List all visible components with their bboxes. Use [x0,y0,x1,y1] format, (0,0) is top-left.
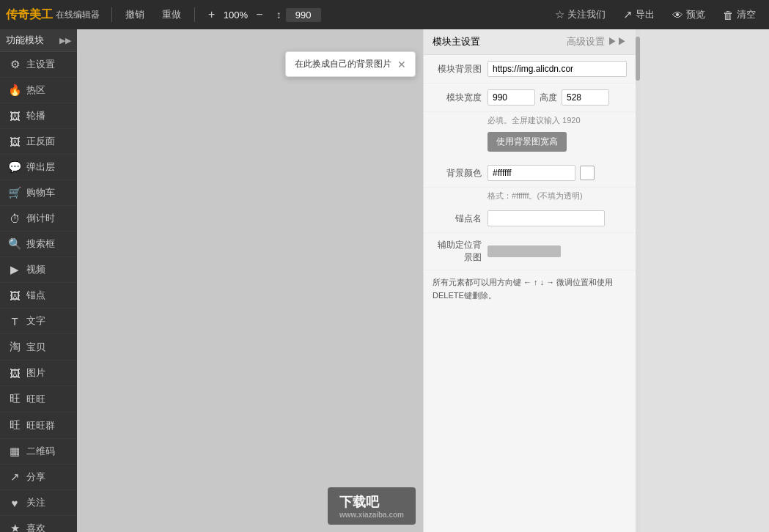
sidebar-item-cart[interactable]: 🛒 购物车 [0,180,77,206]
logo-area: 传奇美工 在线编辑器 [6,7,100,23]
use-bg-size-button[interactable]: 使用背景图宽高 [487,132,567,152]
sidebar-label-popup: 弹出层 [26,160,55,174]
sidebar-icon-text: T [7,315,22,328]
sidebar-header: 功能模块 ▶▶ [0,29,77,52]
sidebar-icon-follow: ♥ [7,497,22,509]
zoom-area: + 100% − [204,7,268,23]
sidebar-item-popup[interactable]: 💬 弹出层 [0,155,77,180]
scrollbar-thumb[interactable] [636,37,640,81]
sidebar-label-share: 分享 [26,470,45,484]
sidebar-item-like[interactable]: ★ 喜欢 [0,516,77,532]
sidebar-item-taobao[interactable]: 淘 宝贝 [0,334,77,361]
module-height-input[interactable] [562,89,609,106]
expand-icon: ▶▶ [608,36,627,47]
info-text: 所有元素都可以用方向键 ← ↑ ↓ → 微调位置和使用DELETE键删除。 [424,270,636,308]
follow-icon: ☆ [555,8,564,21]
clear-button[interactable]: 🗑 清空 [715,5,763,24]
height-label-text: 高度 [540,92,557,104]
height-icon: ↕ [273,7,284,22]
anchor-value [487,210,627,226]
preview-icon: 👁 [672,9,683,21]
sidebar-item-video[interactable]: ▶ 视频 [0,257,77,283]
bg-color-input[interactable] [487,165,575,181]
aux-bg-value [487,245,627,257]
topbar-right-actions: ☆ 关注我们 ↗ 导出 👁 预览 🗑 清空 [548,5,763,24]
bg-image-input[interactable] [487,61,627,77]
sidebar-item-front-back[interactable]: 🖼 正反面 [0,129,77,155]
sidebar-icon-main-settings: ⚙ [7,58,22,71]
sidebar-icon-share: ↗ [7,470,22,484]
module-header-title: 模块主设置 [433,35,480,48]
sidebar-item-text[interactable]: T 文字 [0,309,77,334]
module-settings: 模块主设置 高级设置 ▶▶ 模块背景图 模块宽度 [424,29,636,308]
anchor-input[interactable] [487,210,605,226]
redo-button[interactable]: 重做 [155,5,188,24]
bg-image-row: 模块背景图 [424,55,636,84]
right-scrollbar[interactable] [636,29,640,532]
sidebar-item-wangwang-group[interactable]: 旺 旺旺群 [0,413,77,439]
sidebar-item-qrcode[interactable]: ▦ 二维码 [0,439,77,465]
width-height-inputs: 高度 [487,89,627,106]
watermark: 下载吧 www.xiazaiba.com [328,487,416,525]
width-label: 模块宽度 [433,92,487,104]
sidebar-item-follow[interactable]: ♥ 关注 [0,490,77,516]
tooltip-message: 在此换成自己的背景图片 [295,58,391,70]
sidebar-icon-anchor: 🖼 [7,289,22,302]
export-button[interactable]: ↗ 导出 [616,5,662,24]
sidebar-icon-cart: 🛒 [7,186,22,199]
sidebar-icon-taobao: 淘 [7,340,22,354]
sidebar-item-wangwang[interactable]: 旺 旺旺 [0,386,77,413]
sidebar-label-video: 视频 [26,263,45,276]
sidebar-label-hotzone: 热区 [26,84,45,97]
bg-color-value [487,165,627,181]
sidebar-item-countdown[interactable]: ⏱ 倒计时 [0,206,77,232]
sidebar-label-anchor: 锚点 [26,289,45,302]
zoom-in-button[interactable]: + [204,7,219,23]
sidebar-label-taobao: 宝贝 [26,341,45,354]
right-panel-container: 模块主设置 高级设置 ▶▶ 模块背景图 模块宽度 [423,29,769,532]
bg-image-label: 模块背景图 [433,63,487,75]
tooltip-close-button[interactable]: ✕ [397,59,406,70]
clear-label: 清空 [737,8,756,21]
aux-bg-bar [487,245,561,257]
cancel-button[interactable]: 撤销 [118,5,152,24]
sidebar-icon-search: 🔍 [7,237,22,251]
sidebar-item-main-settings[interactable]: ⚙ 主设置 [0,52,77,78]
sidebar-label-main-settings: 主设置 [26,58,55,71]
topbar-separator-2 [194,7,195,22]
sidebar-item-image[interactable]: 🖼 图片 [0,361,77,386]
sidebar-item-carousel[interactable]: 🖼 轮播 [0,103,77,129]
tooltip-box: 在此换成自己的背景图片 ✕ [285,51,416,77]
sidebar-header-label: 功能模块 [6,34,44,47]
sidebar-item-hotzone[interactable]: 🔥 热区 [0,78,77,103]
sidebar-label-search: 搜索框 [26,237,55,251]
canvas-background [77,29,423,532]
main-layout: 功能模块 ▶▶ ⚙ 主设置 🔥 热区 🖼 轮播 🖼 正反面 💬 弹出层 🛒 购物… [0,29,769,532]
canvas-area[interactable]: 在此换成自己的背景图片 ✕ 下载吧 www.xiazaiba.com [77,29,423,532]
color-swatch[interactable] [580,166,595,180]
watermark-text: 下载吧 [339,493,404,511]
sidebar-icon-hotzone: 🔥 [7,84,22,97]
sidebar-collapse-icon[interactable]: ▶▶ [59,36,71,45]
sidebar-item-search[interactable]: 🔍 搜索框 [0,232,77,257]
logo-subtitle: 在线编辑器 [56,9,100,21]
zoom-out-button[interactable]: − [251,7,267,23]
height-input[interactable] [286,8,321,22]
sidebar-icon-front-back: 🖼 [7,136,22,148]
width-input[interactable] [487,89,535,106]
preview-button[interactable]: 👁 预览 [665,5,713,24]
module-width-row: 模块宽度 高度 [424,84,636,112]
color-row [487,165,627,181]
topbar: 传奇美工 在线编辑器 撤销 重做 + 100% − ↕ ☆ 关注我们 ↗ 导出 … [0,0,769,29]
sidebar: 功能模块 ▶▶ ⚙ 主设置 🔥 热区 🖼 轮播 🖼 正反面 💬 弹出层 🛒 购物… [0,29,77,532]
sidebar-item-anchor[interactable]: 🖼 锚点 [0,283,77,309]
sidebar-icon-carousel: 🖼 [7,110,22,122]
sidebar-icon-like: ★ [7,522,22,532]
sidebar-label-qrcode: 二维码 [26,445,55,458]
follow-button[interactable]: ☆ 关注我们 [548,5,613,24]
sidebar-icon-image: 🖼 [7,367,22,380]
sidebar-icon-wangwang: 旺 [7,392,22,406]
preview-label: 预览 [686,8,705,21]
sidebar-item-share[interactable]: ↗ 分享 [0,465,77,490]
anchor-row: 锚点名 [424,204,636,233]
